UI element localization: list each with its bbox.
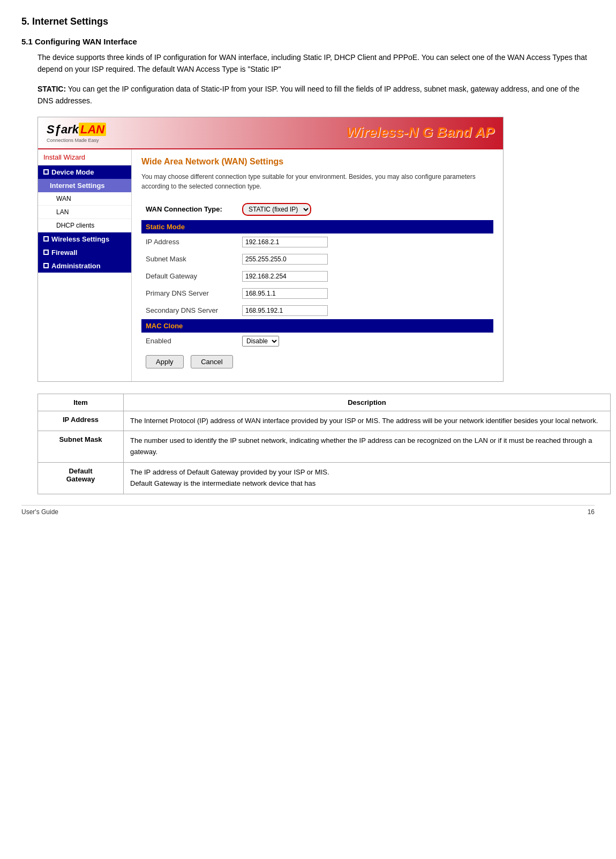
device-mode-label: Device Mode <box>51 168 94 176</box>
sidebar-device-mode[interactable]: Device Mode <box>38 165 131 179</box>
wan-title: Wide Area Network (WAN) Settings <box>141 157 493 167</box>
router-sidebar: Install Wizard Device Mode Internet Sett… <box>38 149 132 381</box>
router-header: SƒarkLAN Connections Made Easy Wireless-… <box>38 117 503 149</box>
primary-dns-value[interactable] <box>238 285 493 302</box>
desc-item-1: Subnet Mask <box>38 431 124 463</box>
administration-icon <box>43 263 49 268</box>
ip-address-input[interactable] <box>242 237 328 247</box>
static-note: STATIC: You can get the IP configuration… <box>37 83 595 107</box>
sidebar-lan[interactable]: LAN <box>38 206 131 219</box>
primary-dns-input[interactable] <box>242 288 328 299</box>
static-mode-header-cell: Static Mode <box>141 220 493 233</box>
desc-table-row: Subnet MaskThe number used to identify t… <box>38 431 611 463</box>
sidebar-install-wizard[interactable]: Install Wizard <box>38 149 131 165</box>
footer-right: 16 <box>588 508 595 516</box>
wan-type-select[interactable]: STATIC (fixed IP) DHCP PPPoE <box>242 203 311 216</box>
static-bold: STATIC: <box>37 85 66 93</box>
page-footer: User's Guide 16 <box>21 505 595 516</box>
logo-spark: Sƒark <box>47 123 79 136</box>
desc-description-0: The Internet Protocol (IP) address of WA… <box>124 411 611 431</box>
router-content: Wide Area Network (WAN) Settings You may… <box>132 149 503 381</box>
firewall-label: Firewall <box>51 248 77 257</box>
default-gateway-row: Default Gateway <box>141 268 493 285</box>
default-gateway-label: Default Gateway <box>141 268 238 285</box>
wan-conn-type-label: WAN Connection Type: <box>141 199 238 220</box>
sidebar-administration[interactable]: Administration <box>38 259 131 273</box>
ip-address-row: IP Address <box>141 233 493 251</box>
secondary-dns-label: Secondary DNS Server <box>141 302 238 319</box>
subnet-mask-input[interactable] <box>242 254 328 265</box>
apply-button[interactable]: Apply <box>146 355 184 368</box>
desc-item-0: IP Address <box>38 411 124 431</box>
logo-tagline: Connections Made Easy <box>47 138 106 143</box>
subnet-mask-label: Subnet Mask <box>141 251 238 268</box>
static-mode-header-row: Static Mode <box>141 220 493 233</box>
footer-left: User's Guide <box>21 508 58 516</box>
section-title: 5.1 Configuring WAN Interface <box>21 37 595 46</box>
buttons-row: Apply Cancel <box>141 350 493 374</box>
intro-text: The device supports three kinds of IP co… <box>37 51 595 76</box>
default-gateway-input[interactable] <box>242 271 328 282</box>
desc-table-desc-header: Description <box>124 394 611 411</box>
wireless-settings-icon <box>43 236 49 242</box>
secondary-dns-input[interactable] <box>242 305 328 316</box>
static-note-text: You can get the IP configuration data of… <box>37 85 580 105</box>
ip-address-label: IP Address <box>141 233 238 251</box>
router-logo: SƒarkLAN Connections Made Easy <box>47 123 106 143</box>
enabled-label: Enabled <box>141 333 238 350</box>
wan-conn-type-row: WAN Connection Type: STATIC (fixed IP) D… <box>141 199 493 220</box>
enabled-row: Enabled Disable Enable <box>141 333 493 350</box>
router-product-name: Wireless-N G Band AP <box>347 124 494 141</box>
sidebar-internet-settings[interactable]: Internet Settings <box>38 179 131 192</box>
mac-clone-header-cell: MAC Clone <box>141 319 493 333</box>
secondary-dns-row: Secondary DNS Server <box>141 302 493 319</box>
router-body: Install Wizard Device Mode Internet Sett… <box>38 149 503 381</box>
sidebar-wireless-settings[interactable]: Wireless Settings <box>38 232 131 246</box>
sidebar-dhcp-clients[interactable]: DHCP clients <box>38 219 131 232</box>
sidebar-wan[interactable]: WAN <box>38 192 131 206</box>
subnet-mask-row: Subnet Mask <box>141 251 493 268</box>
logo-lan: LAN <box>79 123 106 136</box>
ip-address-value[interactable] <box>238 233 493 251</box>
description-table: Item Description IP AddressThe Internet … <box>37 394 611 494</box>
default-gateway-value[interactable] <box>238 268 493 285</box>
cancel-button[interactable]: Cancel <box>191 355 232 368</box>
logo-sparklan: SƒarkLAN <box>47 123 106 137</box>
buttons-cell: Apply Cancel <box>141 350 493 374</box>
desc-description-1: The number used to identify the IP subne… <box>124 431 611 463</box>
primary-dns-row: Primary DNS Server <box>141 285 493 302</box>
desc-table-row: Default GatewayThe IP address of Default… <box>38 462 611 494</box>
secondary-dns-value[interactable] <box>238 302 493 319</box>
wan-form-table: WAN Connection Type: STATIC (fixed IP) D… <box>141 199 493 374</box>
wan-description: You may choose different connection type… <box>141 172 493 191</box>
enabled-value[interactable]: Disable Enable <box>238 333 493 350</box>
enabled-select[interactable]: Disable Enable <box>242 336 279 346</box>
page-title: 5. Internet Settings <box>21 16 595 27</box>
desc-item-2: Default Gateway <box>38 462 124 494</box>
mac-clone-header-row: MAC Clone <box>141 319 493 333</box>
firewall-icon <box>43 250 49 255</box>
device-mode-icon <box>43 169 49 175</box>
router-ui: SƒarkLAN Connections Made Easy Wireless-… <box>37 117 504 382</box>
subnet-mask-value[interactable] <box>238 251 493 268</box>
wireless-settings-label: Wireless Settings <box>51 235 109 243</box>
wan-conn-type-value[interactable]: STATIC (fixed IP) DHCP PPPoE <box>238 199 493 220</box>
administration-label: Administration <box>51 262 101 270</box>
desc-table-row: IP AddressThe Internet Protocol (IP) add… <box>38 411 611 431</box>
desc-table-item-header: Item <box>38 394 124 411</box>
primary-dns-label: Primary DNS Server <box>141 285 238 302</box>
desc-description-2: The IP address of Default Gateway provid… <box>124 462 611 494</box>
sidebar-firewall[interactable]: Firewall <box>38 246 131 259</box>
